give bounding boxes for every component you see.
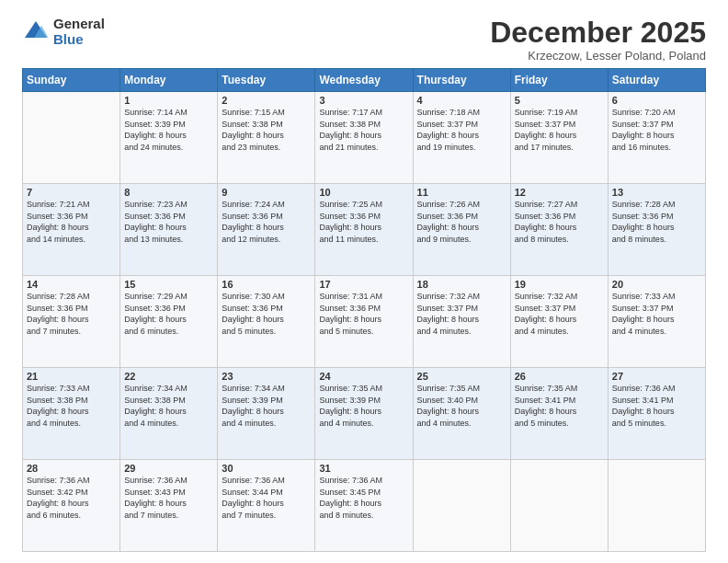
calendar-header: Sunday Monday Tuesday Wednesday Thursday… [23, 69, 706, 92]
calendar-cell: 23Sunrise: 7:34 AM Sunset: 3:39 PM Dayli… [218, 368, 315, 460]
day-info: Sunrise: 7:36 AM Sunset: 3:43 PM Dayligh… [124, 475, 213, 521]
day-info: Sunrise: 7:28 AM Sunset: 3:36 PM Dayligh… [27, 291, 116, 337]
day-info: Sunrise: 7:26 AM Sunset: 3:36 PM Dayligh… [417, 199, 506, 245]
calendar-cell [413, 460, 510, 552]
day-info: Sunrise: 7:31 AM Sunset: 3:36 PM Dayligh… [319, 291, 408, 337]
day-number: 26 [515, 371, 604, 382]
day-number: 31 [319, 463, 408, 474]
day-info: Sunrise: 7:27 AM Sunset: 3:36 PM Dayligh… [515, 199, 604, 245]
calendar-week-3: 14Sunrise: 7:28 AM Sunset: 3:36 PM Dayli… [23, 276, 706, 368]
day-info: Sunrise: 7:36 AM Sunset: 3:45 PM Dayligh… [319, 475, 408, 521]
calendar-cell: 19Sunrise: 7:32 AM Sunset: 3:37 PM Dayli… [510, 276, 608, 368]
header-wednesday: Wednesday [315, 69, 413, 92]
logo-general: General [53, 17, 105, 32]
day-number: 13 [612, 187, 701, 198]
day-info: Sunrise: 7:25 AM Sunset: 3:36 PM Dayligh… [319, 199, 408, 245]
header-friday: Friday [510, 69, 608, 92]
day-number: 12 [515, 187, 604, 198]
day-number: 11 [417, 187, 506, 198]
calendar-cell: 28Sunrise: 7:36 AM Sunset: 3:42 PM Dayli… [23, 460, 120, 552]
header-sunday: Sunday [23, 69, 120, 92]
day-number: 5 [515, 95, 604, 106]
day-number: 22 [124, 371, 213, 382]
day-number: 24 [319, 371, 408, 382]
day-info: Sunrise: 7:28 AM Sunset: 3:36 PM Dayligh… [612, 199, 701, 245]
day-info: Sunrise: 7:15 AM Sunset: 3:38 PM Dayligh… [222, 107, 311, 153]
title-area: December 2025 Krzeczow, Lesser Poland, P… [490, 17, 706, 63]
day-info: Sunrise: 7:33 AM Sunset: 3:38 PM Dayligh… [27, 383, 116, 429]
calendar-week-4: 21Sunrise: 7:33 AM Sunset: 3:38 PM Dayli… [23, 368, 706, 460]
calendar-cell: 17Sunrise: 7:31 AM Sunset: 3:36 PM Dayli… [315, 276, 413, 368]
day-info: Sunrise: 7:36 AM Sunset: 3:41 PM Dayligh… [612, 383, 701, 429]
calendar-cell [510, 460, 608, 552]
day-number: 20 [612, 279, 701, 290]
day-number: 6 [612, 95, 701, 106]
calendar-cell: 30Sunrise: 7:36 AM Sunset: 3:44 PM Dayli… [218, 460, 315, 552]
day-number: 3 [319, 95, 408, 106]
calendar-cell: 13Sunrise: 7:28 AM Sunset: 3:36 PM Dayli… [608, 184, 705, 276]
logo-blue: Blue [53, 32, 105, 48]
day-number: 8 [124, 187, 213, 198]
day-number: 7 [27, 187, 116, 198]
day-number: 16 [222, 279, 311, 290]
day-info: Sunrise: 7:19 AM Sunset: 3:37 PM Dayligh… [515, 107, 604, 153]
logo-text: General Blue [53, 17, 105, 47]
day-number: 21 [27, 371, 116, 382]
calendar-cell: 4Sunrise: 7:18 AM Sunset: 3:37 PM Daylig… [413, 92, 510, 184]
calendar-body: 1Sunrise: 7:14 AM Sunset: 3:39 PM Daylig… [23, 92, 706, 552]
day-info: Sunrise: 7:34 AM Sunset: 3:38 PM Dayligh… [124, 383, 213, 429]
calendar-cell: 20Sunrise: 7:33 AM Sunset: 3:37 PM Dayli… [608, 276, 705, 368]
day-number: 17 [319, 279, 408, 290]
calendar-cell: 31Sunrise: 7:36 AM Sunset: 3:45 PM Dayli… [315, 460, 413, 552]
calendar-week-2: 7Sunrise: 7:21 AM Sunset: 3:36 PM Daylig… [23, 184, 706, 276]
day-number: 9 [222, 187, 311, 198]
calendar-cell: 24Sunrise: 7:35 AM Sunset: 3:39 PM Dayli… [315, 368, 413, 460]
header: General Blue December 2025 Krzeczow, Les… [22, 17, 706, 63]
day-info: Sunrise: 7:23 AM Sunset: 3:36 PM Dayligh… [124, 199, 213, 245]
day-number: 4 [417, 95, 506, 106]
calendar-cell: 22Sunrise: 7:34 AM Sunset: 3:38 PM Dayli… [120, 368, 218, 460]
day-info: Sunrise: 7:24 AM Sunset: 3:36 PM Dayligh… [222, 199, 311, 245]
day-number: 29 [124, 463, 213, 474]
day-info: Sunrise: 7:35 AM Sunset: 3:40 PM Dayligh… [417, 383, 506, 429]
day-info: Sunrise: 7:36 AM Sunset: 3:44 PM Dayligh… [222, 475, 311, 521]
day-number: 10 [319, 187, 408, 198]
day-info: Sunrise: 7:35 AM Sunset: 3:39 PM Dayligh… [319, 383, 408, 429]
calendar-cell: 10Sunrise: 7:25 AM Sunset: 3:36 PM Dayli… [315, 184, 413, 276]
header-saturday: Saturday [608, 69, 705, 92]
calendar-cell: 26Sunrise: 7:35 AM Sunset: 3:41 PM Dayli… [510, 368, 608, 460]
calendar-cell: 1Sunrise: 7:14 AM Sunset: 3:39 PM Daylig… [120, 92, 218, 184]
day-number: 1 [124, 95, 213, 106]
day-number: 14 [27, 279, 116, 290]
month-title: December 2025 [490, 17, 706, 49]
calendar-cell: 16Sunrise: 7:30 AM Sunset: 3:36 PM Dayli… [218, 276, 315, 368]
calendar-cell: 11Sunrise: 7:26 AM Sunset: 3:36 PM Dayli… [413, 184, 510, 276]
calendar-cell: 21Sunrise: 7:33 AM Sunset: 3:38 PM Dayli… [23, 368, 120, 460]
day-number: 19 [515, 279, 604, 290]
day-info: Sunrise: 7:35 AM Sunset: 3:41 PM Dayligh… [515, 383, 604, 429]
logo: General Blue [22, 17, 105, 47]
calendar-cell: 2Sunrise: 7:15 AM Sunset: 3:38 PM Daylig… [218, 92, 315, 184]
page: General Blue December 2025 Krzeczow, Les… [0, 0, 728, 563]
logo-icon [22, 18, 50, 46]
day-number: 18 [417, 279, 506, 290]
calendar-cell: 18Sunrise: 7:32 AM Sunset: 3:37 PM Dayli… [413, 276, 510, 368]
calendar-week-5: 28Sunrise: 7:36 AM Sunset: 3:42 PM Dayli… [23, 460, 706, 552]
day-header-row: Sunday Monday Tuesday Wednesday Thursday… [23, 69, 706, 92]
location: Krzeczow, Lesser Poland, Poland [490, 49, 706, 63]
day-info: Sunrise: 7:17 AM Sunset: 3:38 PM Dayligh… [319, 107, 408, 153]
calendar-week-1: 1Sunrise: 7:14 AM Sunset: 3:39 PM Daylig… [23, 92, 706, 184]
day-number: 30 [222, 463, 311, 474]
calendar-cell: 27Sunrise: 7:36 AM Sunset: 3:41 PM Dayli… [608, 368, 705, 460]
calendar-cell: 29Sunrise: 7:36 AM Sunset: 3:43 PM Dayli… [120, 460, 218, 552]
calendar-cell [23, 92, 120, 184]
day-info: Sunrise: 7:32 AM Sunset: 3:37 PM Dayligh… [417, 291, 506, 337]
calendar: Sunday Monday Tuesday Wednesday Thursday… [22, 68, 706, 552]
day-info: Sunrise: 7:32 AM Sunset: 3:37 PM Dayligh… [515, 291, 604, 337]
day-number: 28 [27, 463, 116, 474]
calendar-cell: 8Sunrise: 7:23 AM Sunset: 3:36 PM Daylig… [120, 184, 218, 276]
calendar-cell [608, 460, 705, 552]
calendar-cell: 7Sunrise: 7:21 AM Sunset: 3:36 PM Daylig… [23, 184, 120, 276]
day-info: Sunrise: 7:14 AM Sunset: 3:39 PM Dayligh… [124, 107, 213, 153]
day-number: 25 [417, 371, 506, 382]
